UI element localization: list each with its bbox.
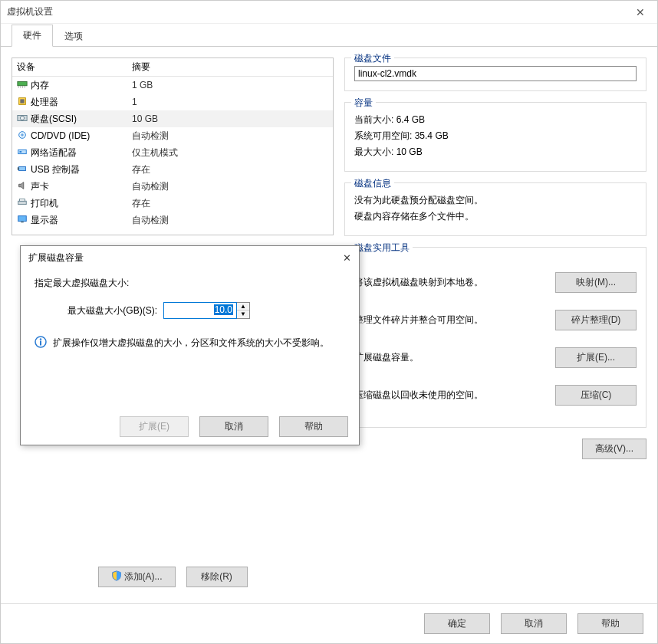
cap-current: 当前大小: 6.4 GB (354, 113, 637, 127)
util-expand-text: 扩展磁盘容量。 (354, 351, 548, 364)
diskinfo-group: 磁盘信息 没有为此硬盘预分配磁盘空间。 硬盘内容存储在多个文件中。 (344, 182, 646, 236)
svg-rect-4 (25, 86, 25, 87)
snd-icon (17, 181, 28, 192)
modal-cancel-button[interactable]: 取消 (199, 416, 268, 437)
spin-up-icon[interactable]: ▲ (237, 303, 249, 310)
svg-rect-11 (18, 150, 27, 153)
modal-help-button[interactable]: 帮助 (279, 416, 348, 437)
device-row-net[interactable]: 网络适配器仅主机模式 (12, 144, 333, 161)
device-name: 声卡 (31, 180, 49, 193)
capacity-title: 容量 (351, 97, 376, 110)
usb-icon (17, 164, 28, 176)
help-button[interactable]: 帮助 (577, 613, 643, 634)
device-row-cd[interactable]: CD/DVD (IDE)自动检测 (12, 127, 333, 144)
dialog-button-bar: 确定 取消 帮助 (1, 603, 657, 643)
compact-button[interactable]: 压缩(C) (555, 385, 637, 406)
disk-size-input[interactable]: 10.0 (163, 302, 237, 319)
col-summary: 摘要 (127, 61, 333, 74)
svg-rect-16 (20, 199, 25, 201)
hdd-icon (17, 113, 28, 125)
device-name: USB 控制器 (31, 163, 80, 176)
svg-rect-15 (18, 201, 27, 204)
device-summary: 仅主机模式 (127, 146, 333, 159)
util-map-text: 将该虚拟机磁盘映射到本地卷。 (354, 276, 548, 289)
device-name: CD/DVD (IDE) (31, 130, 90, 141)
add-device-button[interactable]: 添加(A)... (98, 567, 176, 587)
svg-rect-14 (18, 167, 19, 170)
device-summary: 1 (127, 97, 333, 107)
spinner-buttons[interactable]: ▲▼ (237, 302, 250, 319)
disk-size-spinner[interactable]: 10.0 ▲▼ (163, 302, 250, 319)
device-name: 显示器 (31, 214, 58, 227)
diskinfo-line2: 硬盘内容存储在多个文件中。 (354, 210, 637, 223)
tab-options[interactable]: 选项 (53, 25, 94, 47)
device-name: 内存 (31, 79, 49, 92)
device-row-disp[interactable]: 显示器自动检测 (12, 212, 333, 228)
map-button[interactable]: 映射(M)... (555, 272, 637, 293)
shield-icon (111, 570, 122, 581)
vm-settings-window: 虚拟机设置 ✕ 硬件 选项 设备 摘要 内存1 GB处理器1硬盘(SCSI)10… (0, 0, 658, 644)
tab-hardware[interactable]: 硬件 (12, 25, 53, 47)
svg-rect-12 (20, 151, 22, 153)
device-row-prt[interactable]: 打印机存在 (12, 195, 333, 212)
modal-size-label: 最大磁盘大小(GB)(S): (35, 304, 157, 317)
cap-max: 最大大小: 10 GB (354, 146, 637, 159)
window-title: 虚拟机设置 (7, 5, 53, 18)
svg-rect-0 (18, 81, 27, 85)
device-summary: 10 GB (127, 113, 333, 124)
modal-spec-label: 指定最大虚拟磁盘大小: (35, 277, 351, 290)
remove-device-button[interactable]: 移除(R) (186, 567, 248, 587)
device-name: 硬盘(SCSI) (31, 113, 77, 126)
util-compact-text: 压缩磁盘以回收未使用的空间。 (354, 389, 548, 402)
disk-file-input[interactable] (354, 66, 637, 81)
svg-rect-6 (20, 99, 24, 103)
device-row-snd[interactable]: 声卡自动检测 (12, 178, 333, 195)
cpu-icon (17, 97, 28, 108)
close-icon[interactable]: ✕ (630, 3, 651, 21)
tab-bar: 硬件 选项 (1, 24, 657, 47)
prt-icon (17, 198, 28, 209)
svg-point-10 (21, 133, 23, 135)
disk-file-title: 磁盘文件 (351, 52, 394, 65)
device-name: 处理器 (31, 96, 58, 109)
cd-icon (17, 130, 28, 142)
device-summary: 自动检测 (127, 130, 333, 143)
modal-note: 扩展操作仅增大虚拟磁盘的大小，分区和文件系统的大小不受影响。 (53, 336, 329, 350)
cancel-button[interactable]: 取消 (501, 613, 567, 634)
svg-point-20 (40, 338, 41, 340)
defrag-button[interactable]: 碎片整理(D) (555, 310, 637, 330)
device-list-header: 设备 摘要 (12, 58, 333, 77)
device-list[interactable]: 设备 摘要 内存1 GB处理器1硬盘(SCSI)10 GBCD/DVD (IDE… (12, 58, 334, 235)
disk-file-group: 磁盘文件 (344, 58, 646, 91)
titlebar: 虚拟机设置 ✕ (1, 1, 657, 24)
info-icon (35, 336, 47, 348)
svg-rect-13 (19, 166, 26, 170)
modal-expand-button[interactable]: 扩展(E) (120, 416, 189, 437)
svg-point-8 (20, 116, 24, 120)
col-device: 设备 (12, 61, 127, 74)
svg-rect-18 (21, 221, 24, 222)
device-summary: 存在 (127, 163, 333, 176)
svg-rect-17 (18, 215, 27, 221)
spin-down-icon[interactable]: ▼ (237, 310, 249, 318)
device-summary: 1 GB (127, 80, 333, 90)
device-row-usb[interactable]: USB 控制器存在 (12, 161, 333, 178)
device-row-hdd[interactable]: 硬盘(SCSI)10 GB (12, 110, 333, 127)
expand-button[interactable]: 扩展(E)... (555, 347, 637, 368)
advanced-button[interactable]: 高级(V)... (582, 439, 646, 459)
svg-rect-3 (22, 86, 23, 87)
capacity-group: 容量 当前大小: 6.4 GB 系统可用空间: 35.4 GB 最大大小: 10… (344, 102, 646, 172)
device-row-cpu[interactable]: 处理器1 (12, 94, 333, 110)
modal-close-icon[interactable]: ✕ (343, 252, 351, 264)
disk-util-title: 磁盘实用工具 (351, 242, 413, 255)
svg-rect-1 (18, 86, 19, 87)
disp-icon (17, 215, 28, 226)
disk-util-group: 磁盘实用工具 将该虚拟机磁盘映射到本地卷。 映射(M)... 整理文件碎片并整合… (344, 247, 646, 428)
device-summary: 存在 (127, 197, 333, 210)
expand-disk-dialog: 扩展磁盘容量 ✕ 指定最大虚拟磁盘大小: 最大磁盘大小(GB)(S): 10.0… (20, 245, 360, 445)
modal-title: 扩展磁盘容量 (28, 251, 84, 264)
diskinfo-title: 磁盘信息 (351, 177, 394, 190)
device-name: 网络适配器 (31, 146, 77, 159)
ok-button[interactable]: 确定 (424, 613, 490, 634)
device-row-mem[interactable]: 内存1 GB (12, 77, 333, 94)
